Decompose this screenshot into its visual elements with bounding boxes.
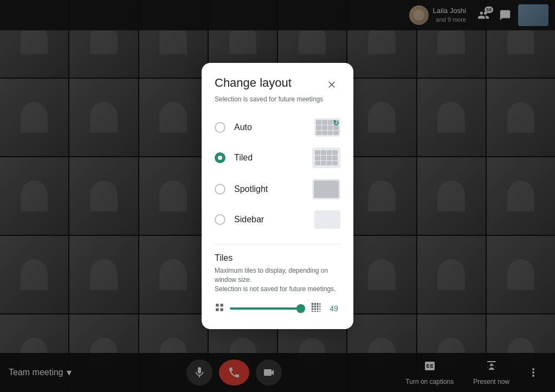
tiles-count: 49 bbox=[327, 304, 340, 313]
change-layout-modal: Change layout Selection is saved for fut… bbox=[202, 63, 353, 329]
slider-fill bbox=[230, 307, 297, 310]
layout-label-sidebar: Sidebar bbox=[234, 215, 264, 224]
tiles-description: Maximum tiles to display, depending on w… bbox=[215, 266, 340, 293]
layout-preview-auto: ↻ bbox=[314, 118, 340, 137]
tiles-section: Tiles Maximum tiles to display, dependin… bbox=[215, 244, 340, 316]
layout-preview-sidebar bbox=[314, 210, 340, 229]
slider-thumb[interactable] bbox=[296, 304, 305, 313]
modal-subtitle: Selection is saved for future meetings bbox=[215, 95, 340, 103]
tiles-min-icon bbox=[215, 303, 224, 315]
modal-overlay: Change layout Selection is saved for fut… bbox=[0, 0, 555, 392]
layout-label-spotlight: Spotlight bbox=[234, 184, 268, 194]
modal-title: Change layout bbox=[215, 76, 292, 90]
layout-option-auto[interactable]: Auto ↻ bbox=[215, 114, 340, 141]
layout-options: Auto ↻ Tiled bbox=[215, 114, 340, 233]
layout-option-sidebar[interactable]: Sidebar bbox=[215, 206, 340, 233]
layout-option-tiled[interactable]: Tiled bbox=[215, 143, 340, 172]
radio-spotlight[interactable] bbox=[215, 184, 225, 195]
layout-label-auto: Auto bbox=[234, 123, 252, 132]
layout-label-tiled: Tiled bbox=[234, 153, 253, 163]
modal-close-button[interactable] bbox=[323, 76, 340, 93]
modal-header: Change layout bbox=[215, 76, 340, 93]
tiles-slider[interactable] bbox=[230, 307, 305, 310]
radio-tiled[interactable] bbox=[215, 152, 225, 163]
radio-auto[interactable] bbox=[215, 122, 225, 133]
layout-preview-spotlight bbox=[312, 179, 340, 200]
tiles-max-icon bbox=[310, 301, 322, 316]
radio-sidebar[interactable] bbox=[215, 214, 225, 225]
tiles-title: Tiles bbox=[215, 253, 340, 263]
layout-option-spotlight[interactable]: Spotlight bbox=[215, 175, 340, 204]
layout-preview-tiled bbox=[312, 147, 340, 168]
auto-refresh-icon: ↻ bbox=[333, 119, 339, 127]
tiles-slider-row: 49 bbox=[215, 301, 340, 316]
